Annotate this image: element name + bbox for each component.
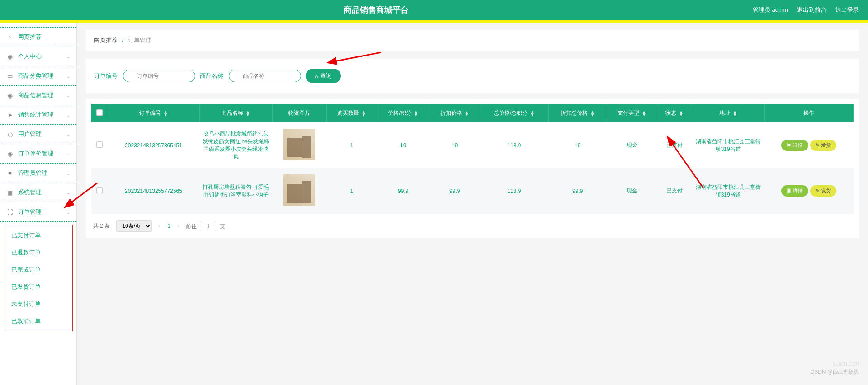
sidebar-item-3[interactable]: ◉商品信息管理⌄	[0, 86, 76, 105]
submenu-item-1[interactable]: 已退款订单	[4, 244, 72, 261]
cell-image	[272, 122, 326, 168]
sidebar: ⌂网页推荐◉个人中心⌄▭商品分类管理⌄◉商品信息管理⌄➤销售统计管理⌄◷用户管理…	[0, 23, 77, 385]
exit-front-link[interactable]: 退出到前台	[797, 6, 826, 14]
col-header[interactable]: 状态 ▲▼	[657, 104, 692, 122]
order-no-input[interactable]	[123, 70, 195, 82]
sort-icon: ▲▼	[642, 111, 646, 116]
home-icon: ⌂	[6, 33, 14, 41]
sidebar-item-label: 网页推荐	[18, 33, 42, 41]
user-icon: ◉	[6, 92, 14, 99]
sort-icon: ▲▼	[414, 111, 418, 116]
sidebar-item-9[interactable]: ⛶订单管理⌄	[0, 202, 76, 222]
submenu-item-0[interactable]: 已支付订单	[4, 227, 72, 244]
chevron-down-icon: ⌄	[66, 171, 70, 176]
sidebar-item-0[interactable]: ⌂网页推荐	[0, 27, 76, 47]
col-header[interactable]: 支付类型 ▲▼	[607, 104, 657, 122]
table-container: 订单编号 ▲▼商品名称 ▲▼物资图片购买数量 ▲▼价格/积分 ▲▼折扣价格 ▲▼…	[86, 99, 859, 238]
product-name-input[interactable]	[229, 70, 301, 82]
sidebar-item-label: 管理员管理	[18, 169, 47, 177]
cell-address: 湖南省益阳市桃江县三堂街镇319省道	[692, 168, 764, 214]
sort-icon: ▲▼	[679, 111, 684, 116]
col-header[interactable]: 折扣价格 ▲▼	[429, 104, 480, 122]
row-checkbox[interactable]	[96, 141, 103, 148]
order-no-label: 订单编号	[94, 72, 118, 80]
breadcrumb-root[interactable]: 网页推荐	[94, 37, 118, 43]
col-header[interactable]: 物资图片	[272, 104, 326, 122]
logout-link[interactable]: 退出登录	[835, 6, 859, 14]
sidebar-item-5[interactable]: ◷用户管理⌄	[0, 125, 76, 144]
chevron-down-icon: ⌄	[66, 210, 70, 215]
row-checkbox[interactable]	[96, 187, 103, 193]
watermark: yuucn.com	[833, 361, 859, 367]
sort-icon: ▲▼	[362, 111, 366, 116]
cell-qty: 1	[326, 168, 377, 214]
header: 商品销售商城平台 管理员 admin 退出到前台 退出登录	[0, 0, 868, 20]
sidebar-item-label: 销售统计管理	[18, 111, 53, 119]
search-button[interactable]: ⌕ 查询	[306, 69, 341, 83]
monitor-icon: ▭	[6, 72, 14, 80]
submenu-item-3[interactable]: 已发货订单	[4, 278, 72, 296]
detail-button[interactable]: ▣ 详情	[781, 140, 808, 151]
chevron-down-icon: ⌄	[66, 74, 70, 79]
cell-status: 已支付	[657, 122, 692, 168]
ship-button[interactable]: ✎ 发货	[810, 140, 836, 151]
cell-total: 118.9	[480, 168, 549, 214]
sidebar-item-2[interactable]: ▭商品分类管理⌄	[0, 66, 76, 86]
sidebar-item-7[interactable]: ≡管理员管理⌄	[0, 164, 76, 183]
sidebar-item-8[interactable]: ▦系统管理⌄	[0, 183, 76, 202]
prev-page[interactable]: ‹	[158, 223, 160, 229]
sidebar-item-label: 商品分类管理	[18, 72, 53, 80]
col-header[interactable]: 商品名称 ▲▼	[199, 104, 272, 122]
page-jump-input[interactable]	[200, 221, 216, 231]
breadcrumb-current: 订单管理	[128, 37, 151, 43]
next-page[interactable]: ›	[178, 223, 179, 229]
page-size-select[interactable]: 10条/页	[116, 220, 152, 232]
cell-image	[272, 168, 326, 214]
cell-disc-total: 99.9	[548, 168, 607, 214]
main-content: 网页推荐 / 订单管理 订单编号 商品名称 ⌕ 查询 订单编号 ▲▼商品名称 ▲…	[77, 23, 868, 385]
admin-label[interactable]: 管理员 admin	[753, 6, 788, 14]
order-submenu: 已支付订单已退款订单已完成订单已发货订单未支付订单已取消订单	[4, 225, 73, 331]
watermark: CSDN @java李杨勇	[810, 368, 859, 376]
sidebar-item-4[interactable]: ➤销售统计管理⌄	[0, 105, 76, 125]
cell-product-name: 义乌小商品批发城简约扎头发橡皮筋女网红ins头发绳韩国森系发圈小皮套头绳冷淡风	[199, 122, 272, 168]
ship-button[interactable]: ✎ 发货	[810, 185, 836, 197]
cell-product-name: 打孔厨房墙壁粘胶勾 可爱毛巾钥匙免钉浴室塑料小钩子	[199, 168, 272, 214]
sidebar-item-label: 个人中心	[18, 52, 42, 61]
sidebar-item-label: 商品信息管理	[18, 91, 53, 99]
cell-order-no: 2023214813257865451	[108, 122, 199, 168]
product-name-label: 商品名称	[200, 72, 223, 80]
submenu-item-2[interactable]: 已完成订单	[4, 261, 72, 278]
user-icon: ◉	[6, 150, 14, 157]
sidebar-item-1[interactable]: ◉个人中心⌄	[0, 47, 76, 66]
sidebar-item-label: 系统管理	[18, 188, 42, 197]
sort-icon: ▲▼	[590, 111, 594, 116]
col-header[interactable]: 操作	[764, 104, 853, 122]
sidebar-item-6[interactable]: ◉订单评价管理⌄	[0, 144, 76, 164]
detail-button[interactable]: ▣ 详情	[781, 185, 808, 197]
col-header[interactable]: 价格/积分 ▲▼	[377, 104, 429, 122]
user-icon: ◉	[6, 53, 14, 60]
table-row: 2023214813257865451义乌小商品批发城简约扎头发橡皮筋女网红in…	[91, 122, 854, 168]
col-header[interactable]: 地址 ▲▼	[692, 104, 764, 122]
sidebar-item-label: 用户管理	[18, 130, 42, 138]
cell-qty: 1	[326, 122, 377, 168]
pager-total: 共 2 条	[93, 222, 110, 230]
col-header[interactable]: 购买数量 ▲▼	[326, 104, 377, 122]
product-image	[283, 174, 315, 206]
sort-icon: ▲▼	[464, 111, 469, 116]
product-image	[283, 129, 315, 160]
current-page[interactable]: 1	[165, 223, 173, 229]
chevron-down-icon: ⌄	[66, 113, 70, 117]
list-icon: ≡	[6, 169, 14, 177]
submenu-item-5[interactable]: 已取消订单	[4, 313, 72, 330]
sort-icon: ▲▼	[245, 111, 250, 116]
col-header[interactable]: 总价格/总积分 ▲▼	[480, 104, 549, 122]
col-header[interactable]: 折扣总价格 ▲▼	[548, 104, 607, 122]
submenu-item-4[interactable]: 未支付订单	[4, 296, 72, 313]
chevron-down-icon: ⌄	[66, 132, 70, 137]
cell-actions: ▣ 详情✎ 发货	[764, 122, 853, 168]
col-header[interactable]: 订单编号 ▲▼	[108, 104, 199, 122]
select-all-checkbox[interactable]	[96, 109, 103, 116]
breadcrumb: 网页推荐 / 订单管理	[86, 30, 859, 51]
